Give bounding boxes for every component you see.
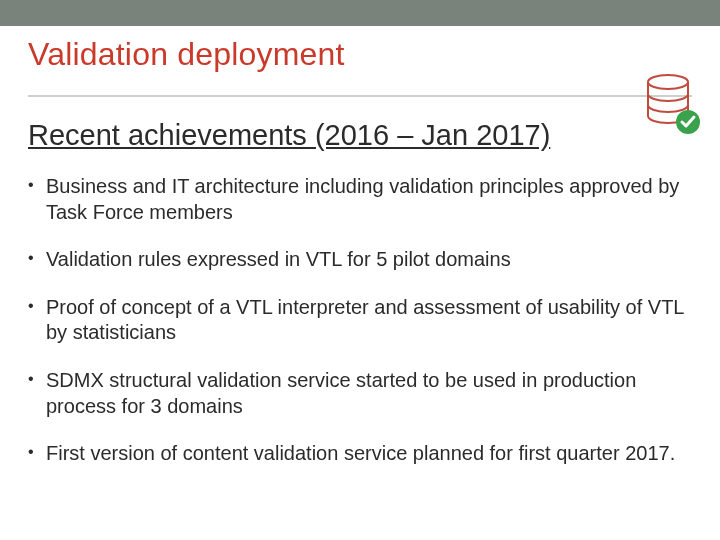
list-item: First version of content validation serv… [28, 441, 692, 467]
title-divider [28, 95, 692, 97]
svg-point-0 [648, 75, 688, 89]
bullet-text: Proof of concept of a VTL interpreter an… [46, 296, 684, 344]
slide: Validation deployment Recent achievement… [0, 0, 720, 540]
bullet-text: SDMX structural validation service start… [46, 369, 636, 417]
bullet-list: Business and IT architecture including v… [28, 174, 692, 467]
database-check-icon [642, 72, 702, 136]
section-heading: Recent achievements (2016 – Jan 2017) [28, 119, 692, 152]
slide-title: Validation deployment [28, 36, 692, 73]
bullet-text: Business and IT architecture including v… [46, 175, 679, 223]
list-item: Business and IT architecture including v… [28, 174, 692, 225]
top-accent-bar [0, 0, 720, 26]
bullet-text: First version of content validation serv… [46, 442, 675, 464]
list-item: SDMX structural validation service start… [28, 368, 692, 419]
list-item: Proof of concept of a VTL interpreter an… [28, 295, 692, 346]
list-item: Validation rules expressed in VTL for 5 … [28, 247, 692, 273]
bullet-text: Validation rules expressed in VTL for 5 … [46, 248, 511, 270]
